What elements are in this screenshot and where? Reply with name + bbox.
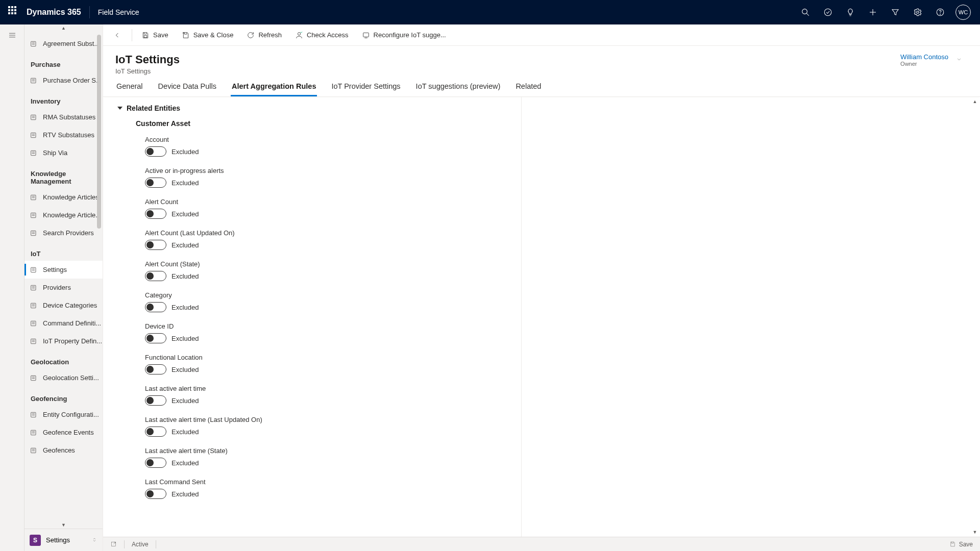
user-avatar[interactable]: WC [955,5,971,20]
toggle-switch[interactable] [145,209,166,219]
item-icon [30,374,38,382]
sidebar-item[interactable]: Geofences [24,441,103,459]
scroll-down-icon[interactable]: ▼ [24,521,103,529]
sidebar-item[interactable]: RTV Substatuses [24,126,103,144]
sidebar-item[interactable]: Knowledge Articles [24,188,103,206]
sidebar-item[interactable]: Search Providers [24,224,103,242]
tab[interactable]: General [115,82,144,96]
toggle-switch[interactable] [145,146,166,157]
hamburger-icon[interactable] [8,31,17,42]
svg-rect-62 [144,35,146,37]
scroll-up-icon[interactable]: ▲ [972,99,977,104]
toggle-switch[interactable] [145,302,166,312]
filter-icon[interactable] [884,0,906,24]
toggle-switch[interactable] [145,458,166,468]
owner-role: Owner [900,61,948,67]
sidebar-item[interactable]: Ship Via [24,144,103,162]
sidebar-item[interactable]: Providers [24,279,103,296]
content-scrollbar[interactable]: ▲ ▼ [972,99,979,535]
sidebar-item[interactable]: IoT Property Defin... [24,332,103,350]
reconfigure-iot-button[interactable]: Reconfigure IoT sugge... [356,24,452,46]
tab[interactable]: Related [514,82,542,96]
tab[interactable]: Alert Aggregation Rules [231,82,317,96]
cmd-label: Save & Close [193,31,234,39]
sidebar-scrollbar[interactable] [95,35,103,541]
sidebar-item[interactable]: Entity Configurati... [24,406,103,423]
scroll-down-icon[interactable]: ▼ [972,530,977,535]
separator [156,540,156,548]
sidebar-item[interactable]: Settings [24,261,103,279]
toggle-switch[interactable] [145,240,166,250]
sidebar-group-header: Geofencing [24,387,103,406]
sidebar-item[interactable]: RMA Substatuses [24,108,103,126]
owner-name: William Contoso [900,53,948,61]
tab[interactable]: Device Data Pulls [157,82,217,96]
add-icon[interactable] [862,0,884,24]
field-label: Last Command Sent [145,478,511,486]
toggle-switch[interactable] [145,395,166,406]
sidebar-item[interactable]: Geofence Events [24,423,103,441]
search-icon[interactable] [794,0,817,24]
command-bar: Save Save & Close Refresh Check Access R… [103,24,980,46]
page-title: IoT Settings [115,53,180,66]
back-button[interactable] [106,24,129,46]
help-icon[interactable] [929,0,951,24]
toggle-switch[interactable] [145,333,166,343]
toggle-field: Last active alert time (Last Updated On)… [145,416,511,437]
toggle-field: Alert CountExcluded [145,198,511,219]
sidebar-group-header: IoT [24,242,103,261]
svg-line-1 [806,13,809,16]
settings-icon[interactable] [906,0,929,24]
toggle-switch[interactable] [145,178,166,188]
sidebar-item[interactable]: Agreement Subst... [24,35,103,53]
owner-block[interactable]: William Contoso Owner [900,53,968,67]
tab[interactable]: IoT Provider Settings [330,82,401,96]
nav-rail [0,24,24,551]
toggle-switch[interactable] [145,427,166,437]
item-icon [30,429,38,437]
area-switcher[interactable]: S Settings [24,529,103,551]
refresh-button[interactable]: Refresh [240,24,288,46]
sidebar-item-label: Agreement Subst... [43,40,100,47]
check-access-button[interactable]: Check Access [289,24,355,46]
group-header[interactable]: Related Entities [117,104,511,112]
svg-rect-47 [31,339,36,343]
popout-icon[interactable] [110,541,117,547]
subgroup-header[interactable]: Customer Asset [132,119,511,128]
main: Save Save & Close Refresh Check Access R… [103,24,980,551]
scroll-up-icon[interactable]: ▲ [24,24,103,32]
divider [89,6,90,18]
sidebar-item[interactable]: Command Definiti... [24,314,103,332]
svg-rect-20 [31,133,36,137]
save-close-button[interactable]: Save & Close [176,24,240,46]
sidebar-item[interactable]: Knowledge Article... [24,206,103,224]
chevron-down-icon [955,56,963,65]
toggle-state-label: Excluded [172,366,199,373]
toggle-switch[interactable] [145,271,166,281]
save-button[interactable]: Save [135,24,175,46]
toggle-switch[interactable] [145,489,166,499]
brand-label: Dynamics 365 [27,8,81,17]
subgroup-label: Customer Asset [136,119,190,128]
sidebar-item[interactable]: Purchase Order S... [24,71,103,89]
app-launcher-icon[interactable] [8,6,20,18]
toggle-state-label: Excluded [172,397,199,405]
sidebar-item-label: RTV Substatuses [43,131,94,139]
global-nav: Dynamics 365 Field Service WC [0,0,980,24]
sidebar-item-label: Geofences [43,446,75,454]
sidebar-item[interactable]: Device Categories [24,296,103,314]
toggle-switch[interactable] [145,364,166,374]
toggle-state-label: Excluded [172,459,199,467]
toggle-state-label: Excluded [172,428,199,436]
task-icon[interactable] [817,0,839,24]
sidebar-group-header: Inventory [24,89,103,108]
footer-save-label: Save [959,541,973,548]
sidebar-item[interactable]: Geolocation Setti... [24,369,103,387]
item-icon [30,193,38,202]
app-name[interactable]: Field Service [98,8,139,16]
field-label: Last active alert time (State) [145,447,511,455]
sidebar-item-label: Geolocation Setti... [43,374,99,382]
footer-save-button[interactable]: Save [949,541,973,548]
tab[interactable]: IoT suggestions (preview) [415,82,502,96]
lightbulb-icon[interactable] [839,0,862,24]
